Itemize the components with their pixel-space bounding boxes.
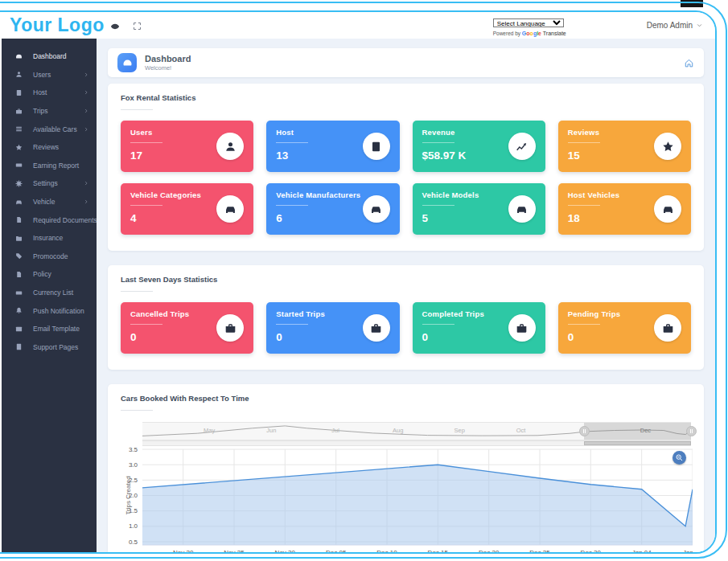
week-card-started-trips[interactable]: Started Trips0 (266, 302, 399, 354)
trips-chart-plot[interactable]: 0.51.01.52.02.53.03.5Nov 20Nov 25Nov 30D… (121, 446, 693, 552)
gear-icon (15, 180, 23, 187)
zoom-out-button[interactable] (672, 451, 686, 465)
stat-card-revenue[interactable]: Revenue$58.97 K (413, 121, 545, 172)
navigator-handle-right[interactable] (686, 426, 697, 436)
section-fox-rental-statistics: Fox Rental Statistics Users17Host13Reven… (108, 84, 704, 251)
sidebar-item-insurance[interactable]: Insurance (2, 229, 97, 248)
chevron-right-icon (84, 181, 88, 186)
stat-card-vehicle-manufacturers[interactable]: Vehicle Manufacturers6 (266, 183, 399, 235)
card-rule (276, 324, 308, 325)
section-rule (121, 410, 153, 411)
sidebar-item-email-template[interactable]: Email Template (2, 320, 97, 338)
navigator-month-label: Aug (393, 427, 403, 434)
car-icon (363, 195, 390, 223)
sidebar-item-label: Push Notification (33, 307, 84, 315)
card-rule (276, 205, 308, 206)
page-header: Dashboard Welcome! (108, 48, 704, 77)
sidebar-item-label: Email Template (33, 325, 80, 333)
user-name: Demo Admin (647, 21, 693, 30)
car-icon (15, 199, 23, 206)
language-select[interactable]: Select Language (493, 18, 564, 27)
home-icon[interactable] (684, 58, 694, 68)
language-block: Select Language Powered by Google Transl… (493, 14, 566, 36)
card-rule (568, 324, 600, 325)
sidebar-item-label: Insurance (33, 234, 63, 242)
navigator-handle-left[interactable] (579, 426, 590, 436)
week-stats-grid: Cancelled Trips0Started Trips0Completed … (121, 302, 691, 354)
fullscreen-icon[interactable] (133, 22, 142, 31)
card-rule (422, 205, 454, 206)
stats-grid: Users17Host13Revenue$58.97 KReviews15Veh… (121, 121, 691, 235)
section-title: Fox Rental Statistics (121, 93, 691, 102)
stat-card-reviews[interactable]: Reviews15 (558, 121, 691, 172)
section-title: Last Seven Days Statistics (121, 275, 691, 284)
stat-card-users[interactable]: Users17 (121, 121, 253, 172)
sidebar-item-label: Currency List (33, 289, 73, 297)
car-icon (216, 195, 244, 223)
google-logo: Google (522, 31, 541, 36)
main-content: Dashboard Welcome! Fox Rental Statistics… (97, 39, 715, 552)
sidebar-item-support-pages[interactable]: Support Pages (2, 338, 97, 357)
dashboard-icon (117, 53, 137, 72)
sidebar-item-users[interactable]: Users (2, 66, 97, 84)
envelope-icon (15, 326, 23, 333)
sidebar-item-reviews[interactable]: Reviews (2, 138, 97, 157)
eye-icon[interactable] (110, 22, 120, 31)
card-rule (130, 142, 162, 143)
chevron-right-icon (84, 109, 88, 113)
app-window: Your Logo Select Language Powered by Goo… (0, 10, 717, 554)
sidebar-item-vehicle[interactable]: Vehicle (2, 193, 97, 211)
svg-text:Dec 15: Dec 15 (428, 549, 449, 552)
navigator-month-label: Oct (516, 427, 526, 434)
sidebar-item-earning-report[interactable]: Earning Report (2, 157, 97, 175)
card-rule (130, 205, 162, 206)
svg-text:Jan 04: Jan 04 (632, 549, 652, 552)
sidebar-item-label: Reviews (33, 143, 59, 151)
scrollbar-thumb[interactable] (584, 441, 691, 445)
sidebar-item-promocode[interactable]: Promocode (2, 248, 97, 266)
chart-navigator[interactable]: MayJunJulAugSepOctDec (142, 422, 691, 440)
sidebar-item-label: Earning Report (33, 162, 79, 170)
book-icon (15, 343, 23, 350)
folder-icon (15, 235, 23, 242)
card-rule (422, 142, 454, 143)
svg-text:Dec 20: Dec 20 (479, 549, 500, 552)
sidebar-item-required-documents[interactable]: Required Documents (2, 211, 97, 229)
google-translate-attribution: Powered by Google Translate (493, 31, 566, 36)
navigator-selection[interactable] (584, 423, 691, 440)
week-card-completed-trips[interactable]: Completed Trips0 (413, 302, 545, 354)
sidebar: DashboardUsersHostTripsAvailable CarsRev… (2, 39, 97, 552)
badge-icon (15, 89, 23, 96)
card-rule (130, 324, 162, 325)
week-card-pending-trips[interactable]: Pending Trips0 (558, 302, 691, 354)
sidebar-item-label: Trips (33, 107, 48, 115)
sidebar-item-policy[interactable]: Policy (2, 265, 97, 284)
navigator-month-label: Jul (331, 427, 339, 434)
powered-by-label: Powered by (493, 31, 520, 36)
sidebar-item-dashboard[interactable]: Dashboard (2, 47, 97, 66)
sidebar-item-settings[interactable]: Settings (2, 174, 97, 193)
sidebar-item-push-notification[interactable]: Push Notification (2, 301, 97, 320)
stat-card-vehicle-models[interactable]: Vehicle Models5 (413, 183, 545, 235)
money-icon (15, 162, 23, 169)
svg-text:Dec 10: Dec 10 (376, 549, 397, 552)
sidebar-item-available-cars[interactable]: Available Cars (2, 120, 97, 138)
section-rule (121, 109, 153, 110)
sidebar-item-currency-list[interactable]: Currency List (2, 284, 97, 302)
star-icon (654, 133, 681, 160)
user-menu[interactable]: Demo Admin (647, 21, 702, 30)
stat-card-host[interactable]: Host13 (266, 121, 399, 172)
badge-icon (363, 133, 390, 160)
svg-text:Nov 20: Nov 20 (173, 549, 194, 552)
translate-label: Translate (543, 31, 566, 36)
chart-scrollbar[interactable] (142, 440, 691, 446)
week-card-cancelled-trips[interactable]: Cancelled Trips0 (121, 302, 253, 354)
stat-card-host-vehicles[interactable]: Host Vehicles18 (558, 183, 691, 235)
page-subtitle: Welcome! (145, 64, 191, 72)
stat-card-vehicle-categories[interactable]: Vehicle Categories4 (121, 183, 253, 235)
sidebar-item-host[interactable]: Host (2, 84, 97, 102)
svg-text:3.5: 3.5 (129, 446, 138, 453)
user-icon (216, 133, 244, 160)
trips-chart: MayJunJulAugSepOctDec0.51.01.52.02.53.03… (121, 422, 691, 552)
sidebar-item-trips[interactable]: Trips (2, 102, 97, 121)
